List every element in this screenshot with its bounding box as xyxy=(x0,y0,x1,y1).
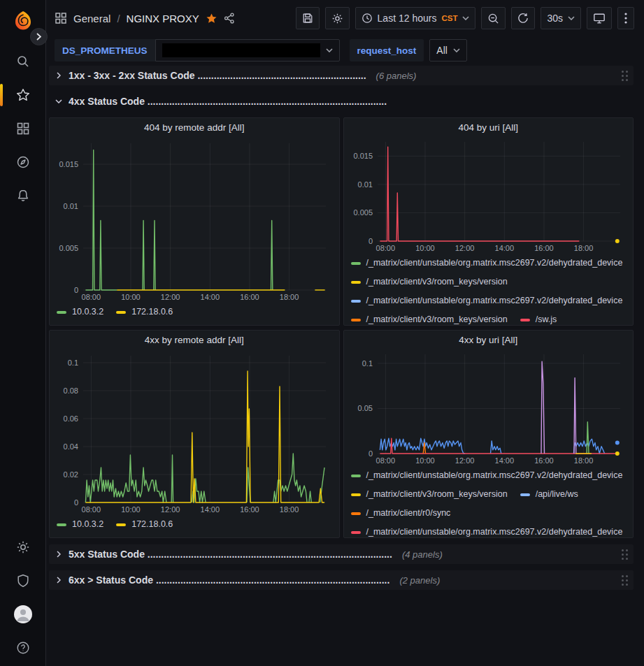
gear-icon xyxy=(331,13,343,24)
legend-item[interactable]: 172.18.0.6 xyxy=(116,303,173,321)
chevron-right-icon xyxy=(55,72,63,79)
refresh-interval-label: 30s xyxy=(547,13,563,24)
legend-label: /_matrix/client/unstable/org.matrix.msc2… xyxy=(366,466,623,485)
legend-swatch xyxy=(116,311,126,314)
breadcrumb-dashboard-title[interactable]: NGINX PROXY xyxy=(127,13,199,24)
legend-swatch xyxy=(520,319,530,321)
refresh-interval-picker[interactable]: 30s xyxy=(541,7,581,29)
row-drag-handle[interactable] xyxy=(622,71,628,81)
save-dashboard-button[interactable] xyxy=(296,7,320,29)
svg-text:08:00: 08:00 xyxy=(82,505,101,514)
panel-title[interactable]: 404 by remote addr [All] xyxy=(50,118,339,138)
sidebar-item-profile[interactable] xyxy=(8,600,38,628)
svg-text:0.01: 0.01 xyxy=(64,202,78,210)
chevron-down-icon xyxy=(462,16,469,20)
svg-text:14:00: 14:00 xyxy=(201,293,220,301)
legend-label: /sw.js xyxy=(536,310,557,325)
avatar xyxy=(14,605,32,623)
share-icon[interactable] xyxy=(224,13,235,24)
svg-text:16:00: 16:00 xyxy=(240,505,259,514)
row-title: 4xx Status Code ........................… xyxy=(69,96,387,107)
star-icon xyxy=(16,88,30,102)
dashboard-grid-icon xyxy=(55,12,67,24)
sidebar-item-configuration[interactable] xyxy=(8,533,38,561)
refresh-button[interactable] xyxy=(511,7,535,29)
variable-select-datasource[interactable] xyxy=(155,39,340,61)
time-range-picker[interactable]: Last 12 hours CST xyxy=(355,7,476,29)
variable-select-request-host[interactable]: All xyxy=(429,39,467,61)
row-panel-count: (2 panels) xyxy=(399,575,440,586)
dashboard-settings-button[interactable] xyxy=(325,7,350,29)
sidebar-item-server-admin[interactable] xyxy=(8,567,38,595)
svg-text:08:00: 08:00 xyxy=(375,456,395,465)
legend-item[interactable]: /_matrix/client/unstable/org.matrix.msc2… xyxy=(351,523,623,537)
sidebar-item-alerting[interactable] xyxy=(8,182,38,210)
svg-text:08:00: 08:00 xyxy=(82,293,101,301)
legend-swatch xyxy=(351,281,361,284)
svg-text:0: 0 xyxy=(368,237,372,245)
svg-text:0.06: 0.06 xyxy=(64,414,78,423)
panel-title[interactable]: 404 by uri [All] xyxy=(344,118,634,136)
sidebar-top-group xyxy=(8,45,38,212)
row-drag-handle[interactable] xyxy=(622,549,628,560)
cycle-view-mode-button[interactable] xyxy=(587,7,612,29)
legend-item[interactable]: /sw.js xyxy=(520,310,557,325)
row-5xx[interactable]: 5xx Status Code ........................… xyxy=(49,544,634,564)
sidebar-item-help[interactable] xyxy=(8,634,38,662)
legend-item[interactable]: /_matrix/client/r0/sync xyxy=(351,504,451,523)
row-panel-count: (4 panels) xyxy=(402,549,443,560)
svg-text:0.005: 0.005 xyxy=(353,209,373,217)
panel-title[interactable]: 4xx by uri [All] xyxy=(344,331,634,349)
breadcrumb: General / NGINX PROXY xyxy=(55,12,235,24)
row-4xx[interactable]: 4xx Status Code ........................… xyxy=(49,92,634,111)
legend-item[interactable]: /api/live/ws xyxy=(520,485,578,504)
chevron-right-icon xyxy=(55,577,63,584)
legend-item[interactable]: 10.0.3.2 xyxy=(57,303,103,321)
zoom-out-time-button[interactable] xyxy=(481,7,506,29)
sidebar-item-search[interactable] xyxy=(8,48,38,75)
legend-item[interactable]: /_matrix/client/unstable/org.matrix.msc2… xyxy=(351,254,623,273)
svg-text:16:00: 16:00 xyxy=(534,456,554,465)
sidebar-expand-button[interactable] xyxy=(30,28,48,45)
legend-item[interactable]: /_matrix/client/v3/room_keys/version xyxy=(351,310,508,325)
row-panel-count: (6 panels) xyxy=(376,71,417,81)
panel-4xx-by-remote-addr: 4xx by remote addr [All] 08:0010:0012:00… xyxy=(49,330,340,538)
sidebar-item-dashboards[interactable] xyxy=(8,115,38,143)
legend-item[interactable]: 172.18.0.6 xyxy=(116,515,173,534)
chart-4xx-by-uri[interactable]: 08:0010:0012:0014:0016:0018:0000.050.1 xyxy=(345,349,629,466)
top-nav: General / NGINX PROXY xyxy=(46,0,644,36)
sidebar-item-explore[interactable] xyxy=(8,148,38,176)
chart-404-by-uri[interactable]: 08:0010:0012:0014:0016:0018:0000.0050.01… xyxy=(345,136,629,254)
svg-text:10:00: 10:00 xyxy=(415,456,435,465)
favorite-star-icon[interactable] xyxy=(206,13,217,24)
dashboard-scroll-area[interactable]: 1xx - 3xx - 2xx Status Code ............… xyxy=(46,64,644,666)
row-1xx-3xx-2xx[interactable]: 1xx - 3xx - 2xx Status Code ............… xyxy=(49,66,634,85)
panel-title[interactable]: 4xx by remote addr [All] xyxy=(50,331,339,350)
legend-item[interactable]: /_matrix/client/unstable/org.matrix.msc2… xyxy=(351,466,623,485)
variables-bar: DS_PROMETHEUS request_host All xyxy=(46,36,644,64)
legend-item[interactable]: 10.0.3.2 xyxy=(57,515,103,534)
svg-text:0.01: 0.01 xyxy=(357,180,372,189)
svg-text:0.015: 0.015 xyxy=(353,152,373,161)
apps-icon xyxy=(16,122,30,136)
legend-label: /_matrix/client/unstable/org.matrix.msc2… xyxy=(366,254,623,273)
svg-text:18:00: 18:00 xyxy=(280,505,299,514)
sidebar-item-starred[interactable] xyxy=(8,81,38,109)
panel-grid: 404 by remote addr [All] 08:0010:0012:00… xyxy=(49,117,634,538)
clock-icon xyxy=(362,13,373,24)
legend-label: 10.0.3.2 xyxy=(72,303,103,321)
row-6xx[interactable]: 6xx > Status Code ......................… xyxy=(49,570,634,590)
svg-text:0.02: 0.02 xyxy=(64,470,78,479)
legend-label: 172.18.0.6 xyxy=(131,515,173,534)
breadcrumb-folder[interactable]: General xyxy=(73,13,110,24)
chart-4xx-by-remote-addr[interactable]: 08:0010:0012:0014:0016:0018:0000.020.040… xyxy=(51,350,334,515)
chart-404-by-remote-addr[interactable]: 08:0010:0012:0014:0016:0018:0000.0050.01… xyxy=(51,138,334,303)
search-icon xyxy=(16,55,30,68)
svg-text:16:00: 16:00 xyxy=(534,244,554,252)
row-drag-handle[interactable] xyxy=(622,575,628,586)
more-options-button[interactable] xyxy=(617,7,634,29)
legend-item[interactable]: /_matrix/client/unstable/org.matrix.msc2… xyxy=(351,291,623,310)
legend-item[interactable]: /_matrix/client/v3/room_keys/version xyxy=(351,273,508,291)
svg-text:10:00: 10:00 xyxy=(415,244,435,252)
legend-item[interactable]: /_matrix/client/v3/room_keys/version xyxy=(351,485,508,504)
